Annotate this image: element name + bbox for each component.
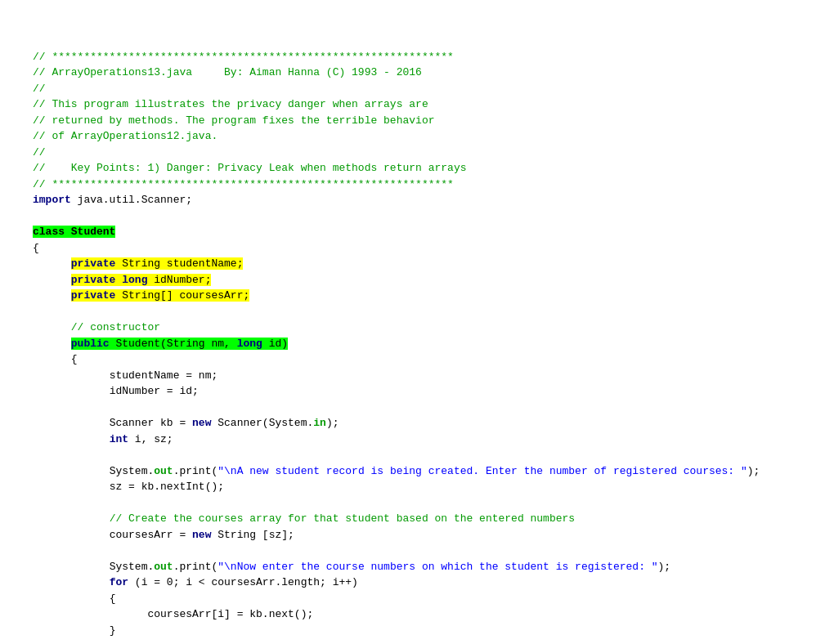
create-array-comment: // Create the courses array for that stu… — [110, 512, 576, 525]
int-decl: int i, sz; — [110, 433, 173, 445]
constructor-open-brace: { — [71, 353, 78, 365]
out-keyword-2: out — [154, 561, 173, 573]
courses-assign: coursesArr[i] = kb.next(); — [147, 608, 313, 620]
for-open-brace: { — [110, 593, 116, 605]
comment-line-1: // *************************************… — [33, 51, 467, 190]
code-editor: // *************************************… — [33, 33, 801, 638]
field-name: private String studentName; — [71, 257, 244, 270]
system-out-1: System.out.print("\nA new student record… — [110, 465, 760, 477]
public-keyword-1: public — [71, 338, 110, 350]
field-courses: private String[] coursesArr; — [71, 289, 249, 302]
open-brace: { — [33, 242, 39, 254]
field-id: private long idNumber; — [71, 274, 212, 286]
private-keyword-3: private — [71, 289, 116, 302]
scan-int: sz = kb.nextInt(); — [110, 481, 224, 493]
constructor-comment: // constructor — [71, 321, 160, 333]
long-keyword: long — [122, 274, 147, 286]
constructor-declaration: public Student(String nm, long id) — [71, 338, 288, 350]
string-2: "\nNow enter the course numbers on which… — [217, 561, 657, 573]
class-declaration: class Student — [33, 226, 115, 238]
string-1: "\nA new student record is being created… — [217, 465, 747, 477]
assign-name: studentName = nm; — [110, 369, 218, 382]
new-keyword-2: new — [192, 529, 211, 541]
import-line: import java.util.Scanner; — [33, 194, 192, 206]
for-close-brace: } — [110, 624, 116, 637]
in-keyword: in — [313, 417, 326, 429]
system-out-2: System.out.print("\nNow enter the course… — [110, 561, 671, 573]
scanner-init: Scanner kb = new Scanner(System.in); — [110, 417, 339, 429]
out-keyword-1: out — [154, 465, 173, 477]
courses-arr-init: coursesArr = new String [sz]; — [110, 529, 294, 541]
for-keyword: for — [110, 576, 128, 588]
int-keyword: int — [110, 433, 128, 445]
long-keyword-2: long — [237, 338, 262, 350]
private-keyword-1: private — [71, 257, 116, 270]
private-keyword-2: private — [71, 274, 116, 286]
for-loop: for (i = 0; i < coursesArr.length; i++) — [110, 576, 358, 588]
new-keyword-1: new — [192, 417, 211, 429]
assign-id: idNumber = id; — [110, 385, 199, 397]
import-keyword: import — [33, 194, 71, 206]
